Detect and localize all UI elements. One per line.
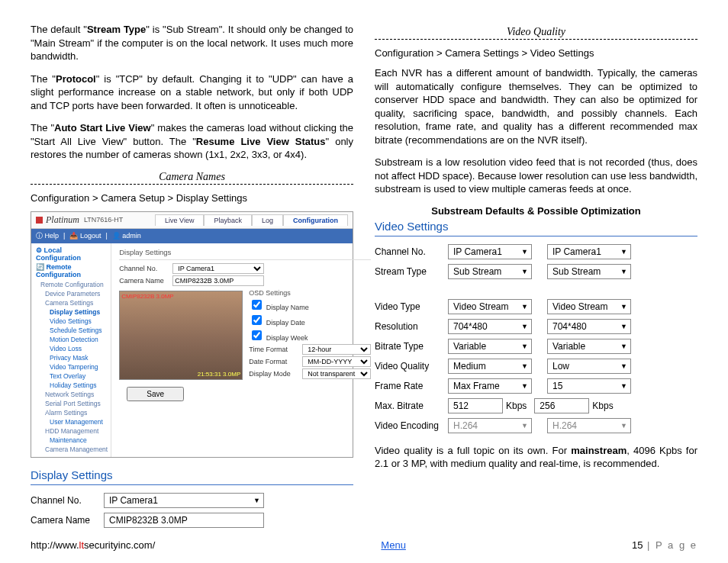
chevron-down-icon: ▼ — [620, 343, 627, 350]
side-item[interactable]: Network Settings — [36, 390, 108, 399]
camera-name-label: Camera Name — [119, 277, 166, 285]
breadcrumb: Configuration > Camera Settings > Video … — [375, 47, 697, 59]
vs-qual-b[interactable]: Low▼ — [547, 359, 631, 374]
cam-osd-time: 21:53:31 3.0MP — [198, 371, 240, 378]
chk-display-date[interactable]: Display Date — [249, 313, 371, 327]
vs-frate-a[interactable]: Max Frame▼ — [448, 378, 532, 394]
side-item[interactable]: Maintenance — [36, 436, 108, 445]
para-video-quality-note: Video quality is a full topic on its own… — [375, 444, 697, 471]
camera-name-input[interactable] — [172, 275, 264, 286]
para-protocol: The "Protocol" is "TCP" by default. Chan… — [31, 72, 353, 113]
vs-stream-a[interactable]: Sub Stream▼ — [448, 264, 532, 279]
vs-maxb-a[interactable] — [448, 398, 503, 413]
cam-osd-name: CMIP8232B 3.0MP — [121, 293, 173, 300]
help-link[interactable]: ⓘ Help — [36, 231, 59, 241]
tab-log[interactable]: Log — [252, 214, 283, 226]
chevron-down-icon: ▼ — [620, 422, 627, 429]
side-item[interactable]: Alarm Settings — [36, 408, 108, 417]
chk-display-week[interactable]: Display Week — [249, 328, 371, 343]
vs-enc-b[interactable]: H.264▼ — [547, 418, 631, 433]
chevron-down-icon: ▼ — [521, 323, 528, 330]
model-text: LTN7616-HT — [84, 216, 123, 224]
chevron-down-icon: ▼ — [253, 497, 260, 504]
display-mode-select[interactable]: Not transparent & Not flashing — [302, 368, 371, 379]
camera-name-label-big: Camera Name — [31, 515, 104, 526]
vs-channel-b[interactable]: IP Camera1▼ — [547, 244, 631, 259]
side-item[interactable]: Camera Management — [36, 445, 108, 454]
vs-stream-label: Stream Type — [375, 266, 448, 277]
logout-link[interactable]: 📥 Logout — [69, 232, 101, 240]
divider — [375, 39, 697, 40]
vs-channel-a[interactable]: IP Camera1▼ — [448, 244, 532, 259]
vs-qual-a[interactable]: Medium▼ — [448, 359, 532, 374]
vs-frate-label: Frame Rate — [375, 381, 448, 391]
chevron-down-icon: ▼ — [521, 422, 528, 429]
vs-frate-b[interactable]: 15▼ — [547, 378, 631, 394]
chevron-down-icon: ▼ — [521, 248, 528, 256]
config-sidebar: ⚙ Local Configuration 🔄 Remote Configura… — [31, 243, 111, 457]
vs-maxb-b[interactable] — [534, 398, 589, 413]
side-item-display-settings[interactable]: Display Settings — [36, 307, 108, 317]
side-item[interactable]: Serial Port Settings — [36, 399, 108, 408]
chevron-down-icon: ▼ — [521, 362, 528, 370]
side-item[interactable]: User Management — [36, 417, 108, 426]
vs-enc-a[interactable]: H.264▼ — [448, 418, 532, 433]
side-item[interactable]: Video Tampering — [36, 362, 108, 372]
side-item[interactable]: Text Overlay — [36, 372, 108, 381]
kbps-label: Kbps — [506, 401, 527, 411]
side-item[interactable]: Privacy Mask — [36, 353, 108, 362]
vs-vtype-b[interactable]: Video Stream▼ — [547, 299, 631, 314]
save-button[interactable]: Save — [127, 387, 184, 401]
side-item[interactable]: Remote Configuration — [36, 280, 108, 289]
vs-res-b[interactable]: 704*480▼ — [547, 319, 631, 334]
channel-no-label: Channel No. — [31, 495, 104, 506]
menu-link[interactable]: Menu — [381, 539, 406, 551]
side-item[interactable]: Camera Settings — [36, 298, 108, 307]
chevron-down-icon: ▼ — [620, 303, 627, 310]
sidebar-remote[interactable]: 🔄 Remote Configuration — [36, 263, 108, 278]
vs-vtype-a[interactable]: Video Stream▼ — [448, 299, 532, 314]
para-substream: Substream is a low resolution video feed… — [375, 156, 697, 196]
vs-stream-b[interactable]: Sub Stream▼ — [547, 264, 631, 279]
side-item[interactable]: Holiday Settings — [36, 381, 108, 390]
display-mode-label: Display Mode — [249, 370, 296, 378]
para-stream-type: The default "Stream Type" is "Sub Stream… — [31, 23, 353, 63]
chevron-down-icon: ▼ — [620, 268, 627, 275]
vs-qual-label: Video Quality — [375, 361, 448, 372]
side-item[interactable]: Device Parameters — [36, 289, 108, 298]
vs-btype-a[interactable]: Variable▼ — [448, 339, 532, 354]
osd-heading: OSD Settings — [249, 289, 371, 297]
camera-preview: CMIP8232B 3.0MP 21:53:31 3.0MP — [119, 291, 243, 380]
tab-live-view[interactable]: Live View — [155, 214, 204, 226]
side-item[interactable]: Video Settings — [36, 317, 108, 326]
kbps-label: Kbps — [592, 401, 613, 411]
breadcrumb: Configuration > Camera Setup > Display S… — [31, 192, 353, 204]
vs-maxb-label: Max. Bitrate — [375, 401, 448, 411]
tab-configuration[interactable]: Configuration — [283, 214, 348, 226]
channel-no-select[interactable]: IP Camera1▼ — [104, 493, 264, 508]
para-bandwidth: Each NVR has a different amount of bandw… — [375, 66, 697, 146]
divider — [31, 184, 353, 185]
vs-btype-b[interactable]: Variable▼ — [547, 339, 631, 354]
side-item[interactable]: HDD Management — [36, 426, 108, 436]
substream-subhead: Substream Defaults & Possible Optimizati… — [375, 205, 697, 217]
chevron-down-icon: ▼ — [620, 323, 627, 330]
tab-playback[interactable]: Playback — [204, 214, 252, 226]
sidebar-local[interactable]: ⚙ Local Configuration — [36, 246, 108, 262]
side-item[interactable]: Video Loss — [36, 344, 108, 353]
page-number: 15 | P a g e — [632, 539, 697, 551]
time-format-select[interactable]: 12-hour — [302, 344, 371, 355]
side-item[interactable]: Motion Detection — [36, 335, 108, 344]
side-item[interactable]: Schedule Settings — [36, 326, 108, 335]
chk-display-name[interactable]: Display Name — [249, 298, 371, 312]
vs-vtype-label: Video Type — [375, 301, 448, 312]
user-label: 👤 admin — [112, 232, 141, 240]
channel-select[interactable]: IP Camera1 — [172, 263, 264, 274]
footer-url: http://www.ltsecurityinc.com/ — [31, 539, 155, 551]
date-format-select[interactable]: MM-DD-YYYY — [302, 356, 371, 367]
vs-res-a[interactable]: 704*480▼ — [448, 319, 532, 334]
section-title-camera-names: Camera Names — [31, 171, 353, 183]
vs-channel-label: Channel No. — [375, 246, 448, 257]
vs-enc-label: Video Encoding — [375, 420, 448, 431]
camera-name-input-big[interactable] — [104, 513, 264, 528]
